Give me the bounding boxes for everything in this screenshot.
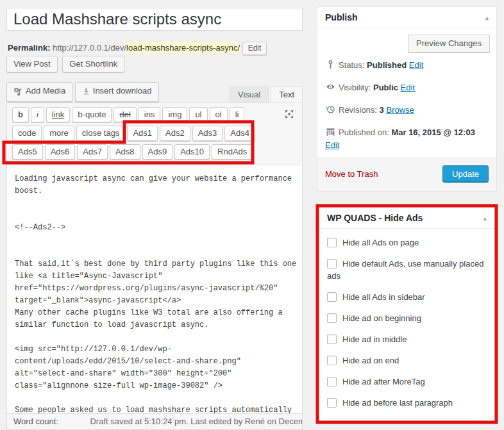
status-label: Status: xyxy=(339,60,364,70)
move-to-trash-link[interactable]: Move to Trash xyxy=(325,169,378,179)
checkbox[interactable] xyxy=(327,313,337,323)
publish-box-title: Publish xyxy=(325,12,489,22)
quicktag-button[interactable]: Ads6 xyxy=(45,144,76,160)
media-icon xyxy=(13,87,23,99)
eye-icon xyxy=(325,81,336,92)
checkbox[interactable] xyxy=(327,377,337,386)
add-media-button[interactable]: Add Media xyxy=(6,82,72,102)
published-on-row: Published on: Mar 16, 2015 @ 12:03 Edit xyxy=(325,126,489,152)
checkbox[interactable] xyxy=(327,398,337,408)
hide-ads-option[interactable]: Hide default Ads, use manually placed ad… xyxy=(327,258,487,282)
quicktag-button[interactable]: Ads10 xyxy=(174,144,210,160)
editor-status-bar: Word count: Draft saved at 5:10:24 pm. L… xyxy=(6,413,303,430)
tab-text[interactable]: Text xyxy=(271,87,303,103)
hide-ads-option[interactable]: Hide all Ads in sidebar xyxy=(327,291,487,303)
revisions-row: Revisions: 3 Browse xyxy=(325,104,489,117)
permalink-slug: load-mashshare-scripts-async/ xyxy=(126,42,240,53)
edit-visibility-link[interactable]: Edit xyxy=(401,83,415,92)
hide-ads-option[interactable]: Hide ad before last paragraph xyxy=(327,397,487,409)
quicktag-button[interactable]: b-quote xyxy=(72,107,112,122)
quicktags-toolbar: bilinkb-quotedelinsimgulolli codemoreclo… xyxy=(7,103,302,165)
checkbox[interactable] xyxy=(327,292,337,302)
quicktag-button[interactable]: Ads3 xyxy=(192,126,223,141)
collapse-icon[interactable]: ▲ xyxy=(482,213,488,224)
tab-visual[interactable]: Visual xyxy=(230,87,269,103)
quicktag-button[interactable]: img xyxy=(162,107,187,122)
checkbox[interactable] xyxy=(327,335,337,344)
hide-ads-options: Hide all Ads on page Hide default Ads, u… xyxy=(319,229,494,409)
word-count-label: Word count: xyxy=(13,417,58,426)
wp-quads-header[interactable]: WP QUADS - Hide Ads ▲ xyxy=(319,208,494,229)
insert-download-label: Insert download xyxy=(93,86,152,95)
post-title-input[interactable] xyxy=(6,8,303,31)
quicktag-button[interactable]: link xyxy=(46,107,71,122)
visibility-label: Visibility: xyxy=(339,83,371,92)
status-row: Status: Published Edit xyxy=(325,59,489,72)
add-media-label: Add Media xyxy=(26,86,65,95)
quicktag-button[interactable]: Ads5 xyxy=(12,144,43,160)
editor-mode-tabs: VisualText xyxy=(228,87,303,103)
checkbox[interactable] xyxy=(327,356,337,365)
permalink-label: Permalink: xyxy=(8,43,50,53)
revisions-count: 3 xyxy=(380,105,384,115)
fullscreen-icon[interactable] xyxy=(283,108,296,121)
major-publishing-actions: Move to Trash Update xyxy=(317,158,496,191)
checkbox[interactable] xyxy=(327,259,337,269)
quicktag-button[interactable]: li xyxy=(230,107,245,122)
quicktag-button[interactable]: Ads4 xyxy=(224,126,255,141)
quicktag-button[interactable]: Ads7 xyxy=(77,144,108,160)
quicktag-button[interactable]: b xyxy=(12,107,29,122)
quicktag-button[interactable]: close tags xyxy=(76,126,126,141)
edit-permalink-button[interactable]: Edit xyxy=(242,42,267,55)
quicktag-button[interactable]: RndAds xyxy=(212,144,253,160)
post-editor-page: Permalink: http://127.0.0.1/dev/load-mas… xyxy=(0,0,504,430)
publish-box-header[interactable]: Publish ▲ xyxy=(317,7,496,28)
published-on-value: Mar 16, 2015 @ 12:03 xyxy=(391,128,475,137)
quicktag-button[interactable]: ins xyxy=(139,107,161,122)
view-post-button[interactable]: View Post xyxy=(6,56,58,72)
quicktag-button[interactable]: ul xyxy=(189,107,207,122)
insert-download-button[interactable]: Insert download xyxy=(75,82,159,102)
update-button[interactable]: Update xyxy=(442,165,489,183)
minor-publishing-actions: Preview Changes xyxy=(317,28,496,59)
status-value: Published xyxy=(367,60,407,70)
hide-ads-option[interactable]: Hide ad after MoreTag xyxy=(327,376,487,388)
visibility-row: Visibility: Public Edit xyxy=(325,81,489,94)
collapse-icon[interactable]: ▲ xyxy=(484,13,490,23)
wp-quads-title: WP QUADS - Hide Ads xyxy=(327,213,487,223)
edit-published-date-link[interactable]: Edit xyxy=(325,140,339,150)
permalink-base: http://127.0.0.1/dev/ xyxy=(53,43,126,53)
preview-changes-button[interactable]: Preview Changes xyxy=(408,35,490,53)
hide-ads-option[interactable]: Hide ad in middle xyxy=(327,333,487,345)
quicktag-button[interactable]: more xyxy=(44,126,74,141)
quicktag-button[interactable]: code xyxy=(12,126,42,141)
checkbox[interactable] xyxy=(327,238,337,247)
quicktag-button[interactable]: i xyxy=(31,107,44,122)
autosave-message: Draft saved at 5:10:24 pm. Last edited b… xyxy=(90,417,303,426)
permalink: Permalink: http://127.0.0.1/dev/load-mas… xyxy=(8,40,304,56)
media-buttons-row: Add Media Insert download VisualText xyxy=(6,82,303,103)
revisions-clock-icon xyxy=(325,104,336,115)
post-content-textarea[interactable]: Loading javascript async can give your w… xyxy=(7,165,302,413)
quicktag-button[interactable]: ol xyxy=(210,107,228,122)
edit-status-link[interactable]: Edit xyxy=(409,60,423,70)
visibility-value: Public xyxy=(373,83,398,92)
browse-revisions-link[interactable]: Browse xyxy=(386,105,414,115)
quicktag-button[interactable]: Ads2 xyxy=(160,126,190,141)
revisions-label: Revisions: xyxy=(339,105,377,115)
quicktag-button[interactable]: Ads8 xyxy=(110,144,140,160)
hide-ads-option[interactable]: Hide ad on end xyxy=(327,354,487,367)
hide-ads-option[interactable]: Hide ad on beginning xyxy=(327,312,487,324)
editor-column: Permalink: http://127.0.0.1/dev/load-mas… xyxy=(6,0,303,430)
post-action-buttons: View Post Get Shortlink xyxy=(6,56,127,72)
quicktag-button[interactable]: Ads1 xyxy=(127,126,158,141)
download-icon xyxy=(82,87,90,99)
quicktags-row-1: bilinkb-quotedelinsimgulolli xyxy=(12,107,297,122)
hide-ads-option[interactable]: Hide all Ads on page xyxy=(327,236,487,249)
text-editor: bilinkb-quotedelinsimgulolli codemoreclo… xyxy=(6,103,303,413)
get-shortlink-button[interactable]: Get Shortlink xyxy=(62,56,124,72)
quicktag-button[interactable]: Ads9 xyxy=(142,144,173,160)
quicktag-button[interactable]: del xyxy=(113,107,136,122)
publish-box: Publish ▲ Preview Changes Status: Publis… xyxy=(317,6,497,192)
quicktags-row-3: Ads5Ads6Ads7Ads8Ads9Ads10RndAds xyxy=(12,144,297,160)
